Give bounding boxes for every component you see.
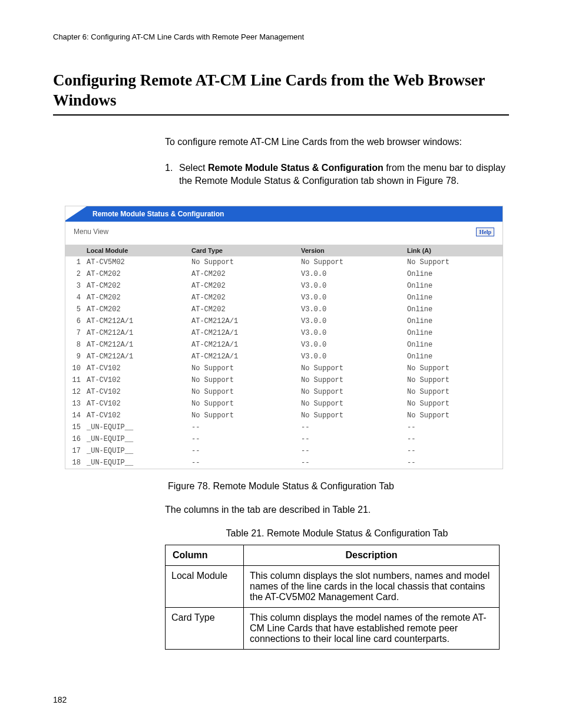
page-number: 182 bbox=[53, 695, 67, 704]
grid-header: Local Module bbox=[87, 245, 191, 256]
grid-cell: -- bbox=[407, 421, 503, 433]
grid-cell: No Support bbox=[191, 374, 301, 386]
table21-header-description: Description bbox=[244, 545, 500, 565]
grid-cell: AT-CM202 bbox=[87, 268, 191, 280]
grid-header: Link (A) bbox=[407, 245, 503, 256]
grid-cell: No Support bbox=[301, 256, 407, 268]
grid-cell: No Support bbox=[301, 410, 407, 421]
grid-cell: No Support bbox=[301, 363, 407, 374]
grid-cell: -- bbox=[301, 445, 407, 457]
table-21: Column Description Local ModuleThis colu… bbox=[165, 545, 500, 650]
grid-cell: AT-CM212A/1 bbox=[191, 351, 301, 363]
grid-row-num: 1 bbox=[65, 256, 87, 268]
grid-cell: AT-CV102 bbox=[87, 410, 191, 421]
grid-row-num: 5 bbox=[65, 304, 87, 315]
grid-cell: Online bbox=[407, 280, 503, 292]
table21-cell: Local Module bbox=[166, 565, 244, 607]
grid-row-num: 7 bbox=[65, 327, 87, 339]
menu-view-label[interactable]: Menu View bbox=[74, 228, 108, 236]
grid-cell: No Support bbox=[407, 374, 503, 386]
screenshot-figure: Remote Module Status & Configuration Men… bbox=[65, 206, 503, 469]
step-body: Select Remote Module Status & Configurat… bbox=[179, 162, 509, 188]
grid-cell: No Support bbox=[407, 398, 503, 410]
grid-cell: V3.0.0 bbox=[301, 280, 407, 292]
grid-cell: AT-CV102 bbox=[87, 363, 191, 374]
grid-cell: _UN-EQUIP__ bbox=[87, 445, 191, 457]
grid-cell: Online bbox=[407, 315, 503, 327]
figure-caption: Figure 78. Remote Module Status & Config… bbox=[53, 481, 509, 492]
intro-paragraph: To configure remote AT-CM Line Cards fro… bbox=[165, 136, 509, 149]
grid-cell: _UN-EQUIP__ bbox=[87, 457, 191, 469]
grid-cell: -- bbox=[191, 457, 301, 469]
grid-row-num: 16 bbox=[65, 433, 87, 445]
grid-cell: -- bbox=[301, 457, 407, 469]
grid-cell: No Support bbox=[407, 386, 503, 398]
grid-cell: Online bbox=[407, 351, 503, 363]
grid-cell: AT-CM202 bbox=[191, 280, 301, 292]
grid-cell: V3.0.0 bbox=[301, 351, 407, 363]
grid-cell: -- bbox=[191, 421, 301, 433]
grid-cell: V3.0.0 bbox=[301, 304, 407, 315]
grid-row-num: 10 bbox=[65, 363, 87, 374]
table21-cell: Card Type bbox=[166, 607, 244, 649]
grid-cell: V3.0.0 bbox=[301, 327, 407, 339]
grid-cell: No Support bbox=[407, 363, 503, 374]
grid-cell: V3.0.0 bbox=[301, 268, 407, 280]
step-number: 1. bbox=[165, 162, 179, 188]
grid-cell: AT-CV102 bbox=[87, 398, 191, 410]
grid-cell: No Support bbox=[191, 386, 301, 398]
grid-row-num: 15 bbox=[65, 421, 87, 433]
grid-cell: No Support bbox=[301, 398, 407, 410]
grid-cell: AT-CM212A/1 bbox=[87, 351, 191, 363]
grid-cell: Online bbox=[407, 327, 503, 339]
step-1: 1. Select Remote Module Status & Configu… bbox=[165, 162, 509, 188]
grid-cell: -- bbox=[301, 433, 407, 445]
grid-cell: No Support bbox=[191, 398, 301, 410]
grid-cell: V3.0.0 bbox=[301, 315, 407, 327]
grid-cell: -- bbox=[407, 433, 503, 445]
columns-described-p: The columns in the tab are described in … bbox=[165, 505, 509, 515]
grid-cell: _UN-EQUIP__ bbox=[87, 421, 191, 433]
grid-cell: AT-CM212A/1 bbox=[87, 315, 191, 327]
title-rule bbox=[53, 114, 509, 116]
table21-cell: This column displays the slot numbers, n… bbox=[244, 565, 500, 607]
grid-row-num: 2 bbox=[65, 268, 87, 280]
grid-cell: No Support bbox=[407, 256, 503, 268]
grid-cell: No Support bbox=[191, 363, 301, 374]
grid-row-num: 3 bbox=[65, 280, 87, 292]
grid-cell: No Support bbox=[301, 374, 407, 386]
grid-cell: AT-CM202 bbox=[87, 292, 191, 304]
grid-cell: AT-CM212A/1 bbox=[191, 339, 301, 351]
table21-cell: This column displays the model names of … bbox=[244, 607, 500, 649]
grid-cell: AT-CM212A/1 bbox=[87, 339, 191, 351]
grid-cell: No Support bbox=[301, 386, 407, 398]
help-button[interactable]: Help bbox=[476, 228, 494, 236]
grid-cell: No Support bbox=[191, 256, 301, 268]
section-title: Configuring Remote AT-CM Line Cards from… bbox=[53, 71, 509, 111]
grid-row-num: 13 bbox=[65, 398, 87, 410]
grid-cell: Online bbox=[407, 292, 503, 304]
grid-row-num: 8 bbox=[65, 339, 87, 351]
grid-cell: Online bbox=[407, 339, 503, 351]
grid-cell: AT-CM202 bbox=[191, 268, 301, 280]
grid-cell: No Support bbox=[191, 410, 301, 421]
screenshot-toolbar: Menu View Help bbox=[65, 222, 503, 245]
grid-header: Version bbox=[301, 245, 407, 256]
grid-cell: Online bbox=[407, 268, 503, 280]
grid-header bbox=[65, 245, 87, 256]
grid-cell: AT-CM212A/1 bbox=[87, 327, 191, 339]
grid-cell: AT-CM202 bbox=[191, 292, 301, 304]
grid-row-num: 4 bbox=[65, 292, 87, 304]
grid-cell: AT-CV5M02 bbox=[87, 256, 191, 268]
table-caption: Table 21. Remote Module Status & Configu… bbox=[165, 528, 509, 539]
grid-cell: -- bbox=[191, 445, 301, 457]
grid-row-num: 12 bbox=[65, 386, 87, 398]
step-text-bold: Remote Module Status & Configuration bbox=[208, 163, 384, 173]
grid-cell: -- bbox=[301, 421, 407, 433]
grid-cell: -- bbox=[407, 445, 503, 457]
grid-cell: AT-CM202 bbox=[87, 280, 191, 292]
grid-cell: Online bbox=[407, 304, 503, 315]
grid-cell: AT-CM202 bbox=[87, 304, 191, 315]
grid-cell: _UN-EQUIP__ bbox=[87, 433, 191, 445]
grid-row-num: 9 bbox=[65, 351, 87, 363]
